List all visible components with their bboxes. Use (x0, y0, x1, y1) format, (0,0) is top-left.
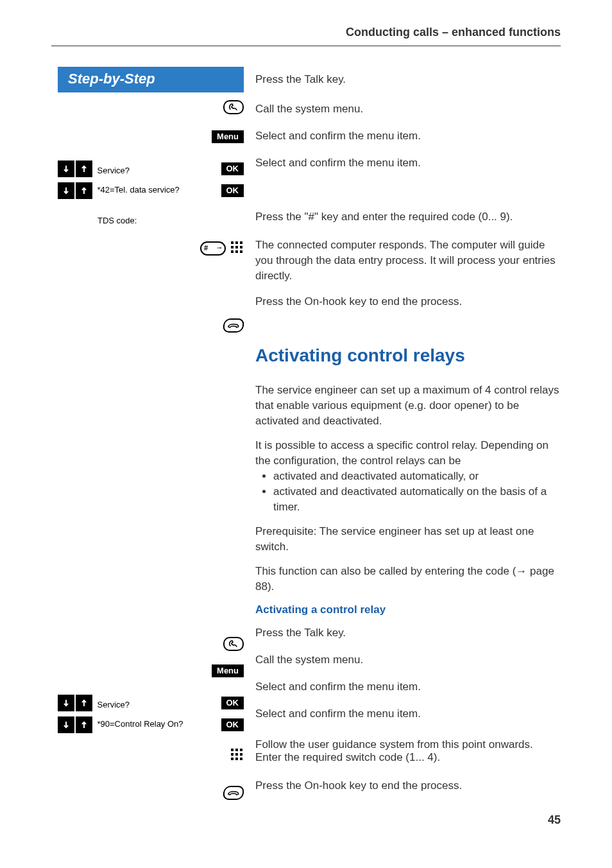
header-divider (51, 46, 561, 46)
ok-button[interactable]: OK (221, 697, 244, 709)
svg-rect-1 (235, 241, 238, 244)
page-ref-arrow-icon: → (516, 565, 527, 577)
step-call-menu: Call the system menu. (255, 103, 561, 130)
step-press-onhook: Press the On-hook key to end the process… (255, 779, 561, 806)
content-area: Step-by-Step Menu Service? (0, 67, 612, 812)
paragraph-code-call: This function can also be called by ente… (255, 564, 561, 595)
subheading-activating-relay: Activating a control relay (255, 603, 561, 616)
step-by-step-header: Step-by-Step (58, 67, 244, 92)
step-select-confirm: Select and confirm the menu item. (255, 707, 561, 738)
arrow-down-icon (58, 695, 74, 711)
step-press-talk: Press the Talk key. (255, 73, 561, 100)
onhook-key-icon (222, 318, 244, 333)
svg-rect-8 (240, 250, 242, 253)
svg-rect-0 (231, 241, 234, 244)
step-select-confirm: Select and confirm the menu item. (255, 130, 561, 157)
arrow-down-icon (58, 182, 74, 199)
svg-rect-14 (240, 753, 242, 756)
paragraph-computer-responds: The connected computer responds. The com… (255, 238, 561, 284)
svg-rect-16 (235, 758, 238, 760)
step-press-hash: Press the "#" key and enter the required… (255, 211, 561, 238)
svg-rect-10 (235, 749, 238, 751)
svg-rect-6 (231, 250, 234, 253)
step-press-onhook: Press the On-hook key to end the process… (255, 295, 561, 322)
svg-rect-9 (231, 749, 234, 751)
ok-button[interactable]: OK (221, 184, 244, 197)
bullet-auto: activated and deactivated automatically,… (273, 469, 561, 484)
svg-rect-13 (235, 753, 238, 756)
instruction-column: Press the Talk key. Call the system menu… (244, 67, 561, 812)
svg-rect-2 (240, 241, 242, 244)
svg-rect-3 (231, 246, 234, 248)
svg-rect-4 (235, 246, 238, 248)
ok-button[interactable]: OK (221, 718, 244, 731)
ok-button[interactable]: OK (221, 162, 244, 175)
nav-arrows[interactable] (58, 161, 92, 177)
paragraph-relay-config: It is possible to access a specific cont… (255, 438, 561, 515)
paragraph-relay-config-text: It is possible to access a specific cont… (255, 439, 548, 467)
arrow-up-icon (76, 182, 92, 199)
arrow-up-icon (76, 161, 92, 177)
svg-rect-15 (231, 758, 234, 760)
menu-button[interactable]: Menu (212, 664, 244, 677)
arrow-down-icon (58, 716, 74, 733)
step-press-talk: Press the Talk key. (255, 627, 561, 654)
nav-arrows[interactable] (58, 716, 92, 733)
paragraph-prereq: Prerequisite: The service engineer has s… (255, 524, 561, 555)
section-title: Conducting calls – enhanced functions (346, 26, 561, 39)
nav-arrows[interactable] (58, 182, 92, 199)
svg-rect-12 (231, 753, 234, 756)
bullet-timer: activated and deactivated automatically … (273, 484, 561, 515)
step-select-confirm: Select and confirm the menu item. (255, 157, 561, 187)
nav-arrows[interactable] (58, 695, 92, 711)
tds-code-label: TDS code: (98, 213, 222, 225)
svg-rect-5 (240, 246, 242, 248)
keypad-icon (230, 240, 244, 257)
arrow-up-icon (76, 716, 92, 733)
menu-button[interactable]: Menu (212, 130, 244, 143)
menu-item-tel-data: *42=Tel. data service? (98, 182, 217, 195)
hash-key-icon: # ⊸ (200, 241, 226, 256)
keypad-icon (230, 747, 244, 764)
step-call-menu: Call the system menu. (255, 654, 561, 681)
step-follow-guidance: Follow the user guidance system from thi… (255, 738, 561, 773)
menu-item-service: Service? (98, 697, 217, 709)
svg-rect-7 (235, 250, 238, 253)
heading-activating-relays: Activating control relays (255, 345, 561, 366)
step-column: Step-by-Step Menu Service? (58, 67, 244, 812)
arrow-up-icon (76, 695, 92, 711)
svg-rect-11 (240, 749, 242, 751)
talk-key-icon (223, 100, 244, 114)
step-select-confirm: Select and confirm the menu item. (255, 681, 561, 707)
arrow-down-icon (58, 161, 74, 177)
talk-key-icon (223, 637, 244, 651)
menu-item-control-relay: *90=Control Relay On? (98, 716, 217, 729)
svg-rect-17 (240, 758, 242, 760)
paragraph-relay-intro: The service engineer can set up a maximu… (255, 383, 561, 429)
menu-item-service: Service? (98, 163, 217, 175)
page-number: 45 (548, 813, 561, 827)
section-header: Conducting calls – enhanced functions (0, 0, 612, 46)
code-call-text: This function can also be called by ente… (255, 565, 516, 577)
onhook-key-icon (222, 786, 244, 800)
